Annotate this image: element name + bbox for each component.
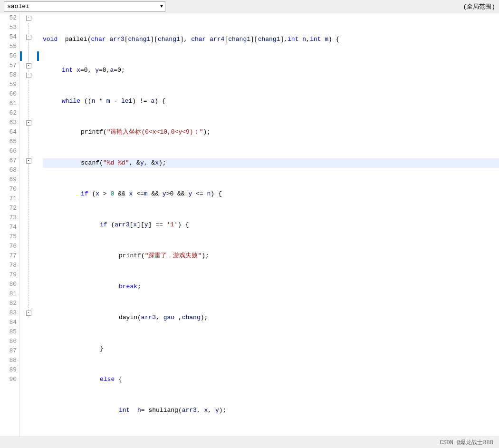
- collapse-btn-58[interactable]: -: [26, 73, 31, 78]
- code-line-64: int h= shuliang(arr3, x, y);: [43, 406, 499, 415]
- collapse-btn-52[interactable]: -: [26, 16, 31, 21]
- line-56-indicator: [37, 13, 39, 437]
- attribution: CSDN @爆龙战士888: [440, 438, 493, 447]
- code-line-53: int x=0, y=0,a=0;: [43, 66, 499, 75]
- code-line-58: if (arr3[x][y] == '1') {: [43, 220, 499, 230]
- code-line-59: printf("踩雷了，游戏失败");: [43, 251, 499, 261]
- scope-label: (全局范围): [463, 2, 495, 11]
- code-line-52: void pailei(char arr3[chang1][chang1], c…: [43, 35, 499, 44]
- line-numbers: 52 53 54 55 56 57 58 59 60 61 62 63 64 6…: [0, 13, 20, 437]
- code-line-55: printf("请输入坐标(0<x<10,0<y<9)：");: [43, 127, 499, 137]
- scope-dropdown[interactable]: saolei ▼: [4, 1, 165, 12]
- collapse-btn-67[interactable]: -: [26, 158, 31, 164]
- top-bar: saolei ▼ (全局范围): [0, 0, 499, 13]
- code-line-60: break;: [43, 282, 499, 292]
- collapse-btn-63[interactable]: -: [26, 120, 31, 126]
- dropdown-arrow-icon: ▼: [160, 4, 163, 9]
- code-line-61: dayin(arr3, gao ,chang);: [43, 313, 499, 322]
- collapse-btn-57[interactable]: -: [26, 63, 31, 68]
- code-line-62: }: [43, 344, 499, 353]
- code-line-54: while ((n * m - lei) != a) {: [43, 97, 499, 106]
- bottom-bar: CSDN @爆龙战士888: [0, 437, 499, 448]
- collapse-btn-83[interactable]: -: [26, 311, 31, 316]
- code-line-56: scanf("%d %d", &y, &x);: [43, 158, 499, 168]
- code-line-63: else {: [43, 375, 499, 384]
- code-area[interactable]: void pailei(char arr3[chang1][chang1], c…: [39, 13, 499, 437]
- code-line-57: if (x > 0 && x <=m && y>0 && y <= n) {: [43, 189, 499, 199]
- editor-container: 52 53 54 55 56 57 58 59 60 61 62 63 64 6…: [0, 13, 499, 437]
- collapse-btn-54[interactable]: -: [26, 35, 31, 40]
- collapse-gutter: .cg-line { height:20px; display:flex; al…: [20, 13, 37, 437]
- dropdown-value: saolei: [7, 3, 29, 10]
